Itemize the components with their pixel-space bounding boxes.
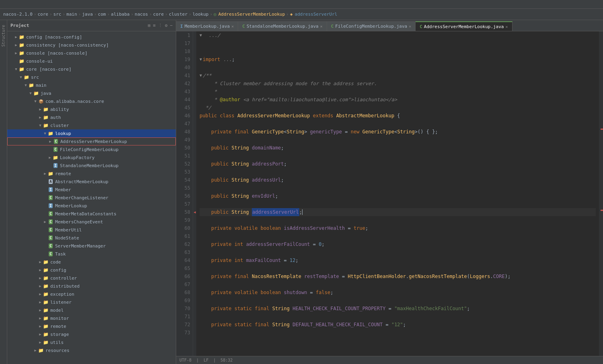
breadcrumb-src[interactable]: src — [54, 12, 62, 17]
tree-arrow-34[interactable]: ▶ — [38, 308, 43, 313]
sidebar-toolbar[interactable]: ⊞ ≡ ⋮ ⚙ − — [148, 23, 173, 28]
sidebar-tree-item-9[interactable]: ▶📁ability — [7, 105, 176, 113]
tree-arrow-36[interactable]: ▶ — [38, 324, 43, 329]
sidebar-tree-item-20[interactable]: CMemberChangeListener — [7, 194, 176, 202]
tree-arrow-32[interactable]: ▶ — [38, 292, 43, 297]
sidebar-tree-item-7[interactable]: ▼📁java — [7, 89, 176, 97]
sidebar-tree-item-31[interactable]: ▶📁distributed — [7, 282, 176, 290]
sidebar-tree-item-27[interactable]: CTask — [7, 250, 176, 258]
sidebar-tree-item-33[interactable]: ▶📁listener — [7, 298, 176, 306]
sidebar-tree-item-30[interactable]: ▶📁controller — [7, 274, 176, 282]
tab-close-standalone[interactable]: ✕ — [320, 24, 323, 29]
tab-bar[interactable]: I MemberLookup.java ✕ C StandaloneMember… — [176, 20, 603, 31]
sidebar-tree-item-5[interactable]: ▼📁src — [7, 73, 176, 81]
tab-memberlookup[interactable]: I MemberLookup.java ✕ — [176, 21, 238, 31]
sidebar-tree-item-6[interactable]: ▼📁main — [7, 81, 176, 89]
breadcrumb-alibaba[interactable]: alibaba — [111, 12, 130, 17]
sidebar-tree-item-3[interactable]: 📁console-ui — [7, 57, 176, 65]
sidebar-tree-item-12[interactable]: ▼📁lookup — [7, 129, 176, 137]
tab-close-fileconfig[interactable]: ✕ — [409, 24, 411, 29]
tree-arrow-11[interactable]: ▼ — [38, 123, 43, 128]
sidebar-tree[interactable]: ▶📁config [nacos-config]▶📁consistency [na… — [7, 31, 176, 364]
breadcrumb-core[interactable]: core — [37, 12, 48, 17]
right-scrollbar[interactable] — [599, 31, 603, 356]
tree-arrow-5[interactable]: ▼ — [19, 75, 23, 80]
sidebar-tree-item-8[interactable]: ▼📦com.alibaba.nacos.core — [7, 97, 176, 105]
sidebar-tree-item-35[interactable]: ▶📁monitor — [7, 314, 176, 322]
sidebar-tree-item-10[interactable]: ▶📁auth — [7, 113, 176, 121]
tree-arrow-7[interactable]: ▼ — [28, 91, 33, 96]
tree-arrow-6[interactable]: ▼ — [23, 83, 28, 88]
sidebar-icon-list[interactable]: ≡ — [153, 23, 156, 28]
breadcrumb-class[interactable]: AddressServerMemberLookup — [218, 12, 285, 17]
sidebar-icon-minimize[interactable]: − — [170, 23, 173, 28]
tree-arrow-2[interactable]: ▶ — [14, 51, 19, 55]
code-content[interactable]: ▼ .../ ▼ import ... ; — [196, 31, 599, 356]
sidebar-tree-item-15[interactable]: ▶📁LookupFactory — [7, 153, 176, 162]
sidebar-tree-item-16[interactable]: IStandaloneMemberLookup — [7, 162, 176, 170]
tree-arrow-9[interactable]: ▶ — [38, 107, 43, 112]
tree-arrow-28[interactable]: ▶ — [38, 260, 43, 264]
tree-arrow-38[interactable]: ▶ — [38, 340, 43, 345]
tree-arrow-10[interactable]: ▶ — [38, 115, 43, 120]
tree-arrow-23[interactable]: ▶ — [43, 219, 47, 224]
tab-close-memberlookup[interactable]: ✕ — [231, 24, 234, 29]
sidebar-icon-settings[interactable]: ⊞ — [148, 23, 151, 28]
tree-arrow-37[interactable]: ▶ — [38, 332, 43, 337]
tree-arrow-29[interactable]: ▶ — [38, 268, 43, 272]
sidebar-tree-item-21[interactable]: IMemberLookup — [7, 202, 176, 210]
tree-arrow-13[interactable]: ▶ — [48, 139, 53, 144]
sidebar-tree-item-36[interactable]: ▶📁remote — [7, 322, 176, 330]
sidebar-tree-item-19[interactable]: IMember — [7, 186, 176, 194]
tree-arrow-30[interactable]: ▶ — [38, 276, 43, 280]
tab-addressserver[interactable]: C AddressServerMemberLookup.java ✕ — [416, 21, 512, 31]
breadcrumb-field[interactable]: addressServerUrl — [295, 12, 338, 17]
sidebar-tree-item-34[interactable]: ▶📁model — [7, 306, 176, 314]
tree-arrow-33[interactable]: ▶ — [38, 300, 43, 305]
tab-close-addressserver[interactable]: ✕ — [506, 25, 508, 29]
sidebar-tree-item-11[interactable]: ▼📁cluster — [7, 121, 176, 129]
sidebar-tree-item-25[interactable]: CNodeState — [7, 234, 176, 242]
sidebar-tree-item-0[interactable]: ▶📁config [nacos-config] — [7, 33, 176, 41]
sidebar-tree-item-23[interactable]: ▶CMembersChangeEvent — [7, 218, 176, 226]
sidebar-tree-item-1[interactable]: ▶📁consistency [nacos-consistency] — [7, 41, 176, 49]
breadcrumb-cluster[interactable]: cluster — [169, 12, 187, 17]
tree-arrow-35[interactable]: ▶ — [38, 316, 43, 321]
breadcrumb-lookup[interactable]: lookup — [193, 12, 209, 17]
breadcrumb-java[interactable]: java — [82, 12, 93, 17]
tab-standalone[interactable]: C StandaloneMemberLookup.java ✕ — [238, 21, 327, 31]
tree-arrow-39[interactable]: ▶ — [33, 348, 38, 353]
sidebar-tree-item-29[interactable]: ▶📁config — [7, 266, 176, 274]
sidebar-tree-item-24[interactable]: CMemberUtil — [7, 226, 176, 234]
breadcrumb-nacos2[interactable]: nacos — [135, 12, 148, 17]
sidebar-tree-item-4[interactable]: ▼📁core [nacos-core] — [7, 65, 176, 73]
tab-fileconfig[interactable]: C FileConfigMemberLookup.java ✕ — [327, 21, 416, 31]
breadcrumb-core2[interactable]: core — [153, 12, 164, 17]
sidebar-tree-item-32[interactable]: ▶📁exception — [7, 290, 176, 298]
sidebar-tree-item-39[interactable]: ▶📁resources — [7, 346, 176, 354]
tree-arrow-12[interactable]: ▼ — [43, 131, 47, 136]
sidebar-tree-item-2[interactable]: ▶📁console [nacos-console] — [7, 49, 176, 57]
sidebar-icon-filter[interactable]: ⋮ — [158, 23, 163, 28]
sidebar-tree-item-37[interactable]: ▶📁storage — [7, 330, 176, 338]
sidebar-icon-gear[interactable]: ⚙ — [165, 23, 168, 28]
breadcrumb-main[interactable]: main — [66, 12, 77, 17]
tree-arrow-8[interactable]: ▼ — [33, 99, 38, 104]
sidebar-tree-item-18[interactable]: AAbstractMemberLookup — [7, 178, 176, 186]
tree-arrow-1[interactable]: ▶ — [14, 43, 19, 47]
tree-arrow-15[interactable]: ▶ — [47, 155, 52, 160]
sidebar-tree-item-17[interactable]: ▶📁remote — [7, 170, 176, 178]
sidebar-tree-item-28[interactable]: ▶📁code — [7, 258, 176, 266]
breadcrumb-com[interactable]: com — [98, 12, 106, 17]
sidebar-tree-item-13[interactable]: ▶CAddressServerMemberLookup — [7, 137, 176, 145]
sidebar-tree-item-38[interactable]: ▶📁utils — [7, 338, 176, 346]
sidebar-tree-item-14[interactable]: CFileConfigMemberLookup — [7, 145, 176, 153]
sidebar-tree-item-22[interactable]: CMemberMetaDataConstants — [7, 210, 176, 218]
tree-arrow-0[interactable]: ▶ — [14, 35, 19, 39]
breadcrumb-nacos[interactable]: nacos-2.1.0 — [3, 12, 33, 17]
tree-arrow-31[interactable]: ▶ — [38, 284, 43, 288]
tree-arrow-17[interactable]: ▶ — [43, 171, 47, 176]
code-editor[interactable]: 1 17 18 19 40 41 42 43 44 45 46 47 48 49… — [176, 31, 603, 356]
tree-arrow-4[interactable]: ▼ — [14, 67, 19, 72]
sidebar-tree-item-26[interactable]: CServerMemberManager — [7, 242, 176, 250]
